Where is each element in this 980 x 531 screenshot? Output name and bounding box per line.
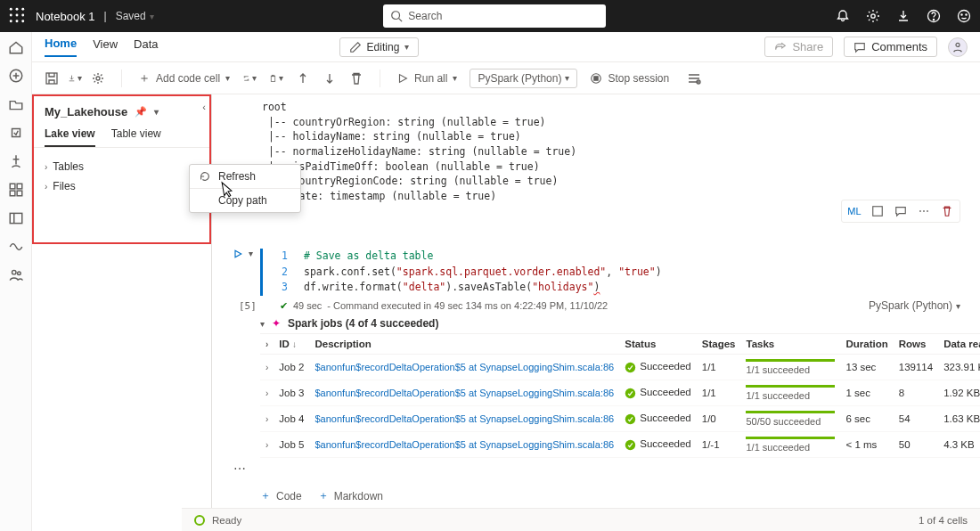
expand-all-icon[interactable]: › [265,339,268,349]
settings-icon[interactable] [91,71,105,86]
svg-point-14 [959,11,970,22]
chevron-down-icon: ▾ [225,73,230,83]
share-button[interactable]: Share [764,37,833,57]
chevron-down-icon[interactable]: ▾ [154,107,159,117]
tree-tables[interactable]: › Tables ⋯ [34,157,209,176]
nav-favorites-icon[interactable] [8,153,24,169]
pin-icon[interactable]: 📌 [135,106,147,118]
job-status: Succeeded [619,380,697,406]
gear-icon[interactable] [866,9,880,23]
editing-mode-button[interactable]: Editing ▾ [339,37,420,57]
run-cell-button[interactable]: ▾ [233,249,253,259]
nav-people-icon[interactable] [8,267,24,283]
delete-icon[interactable] [349,71,363,86]
col-description[interactable]: Description [309,334,619,355]
svg-point-23 [12,270,16,274]
lake-view-tab[interactable]: Lake view [45,127,95,147]
menu-copy-path[interactable]: Copy path [190,188,300,212]
job-description-link[interactable]: $anonfun$recordDeltaOperation$5 at Synap… [314,362,614,372]
spark-jobs-title: Spark jobs (4 of 4 succeeded) [288,317,438,330]
chevron-down-icon[interactable]: ▾ [249,249,253,258]
svg-point-1 [16,7,19,10]
save-icon[interactable] [45,71,59,86]
saved-status[interactable]: Saved ▾ [116,10,154,22]
refresh-icon [199,170,211,183]
table-view-tab[interactable]: Table view [111,127,161,147]
col-dataread[interactable]: Data read [938,334,980,355]
download-icon[interactable] [896,9,911,23]
add-code-button[interactable]: ＋Code [260,488,302,503]
run-all-button[interactable]: Run all ▾ [396,72,457,85]
editing-label: Editing [367,41,400,53]
clipboard-icon[interactable]: ▾ [269,71,283,86]
chevron-down-icon: ▾ [565,73,569,83]
tab-data[interactable]: Data [134,37,158,56]
add-code-cell-button[interactable]: ＋ Add code cell ▾ [138,70,230,86]
col-status[interactable]: Status [619,334,697,355]
svg-point-24 [17,272,20,275]
delete-cell-icon[interactable] [938,202,956,220]
nav-onelake-icon[interactable] [8,125,24,141]
toolbar: ▾ ＋ Add code cell ▾ ▾ ▾ Run all ▾ PySpar… [32,62,980,94]
tree-files[interactable]: › Files [34,176,209,196]
add-markdown-button[interactable]: ＋Markdown [318,488,383,503]
cell-lang-select[interactable]: PySpark (Python)▾ [869,299,960,312]
play-icon [396,72,409,85]
collapse-spark-jobs-icon[interactable]: ▾ [260,319,265,329]
tab-view[interactable]: View [93,37,118,56]
job-description-link[interactable]: $anonfun$recordDeltaOperation$5 at Synap… [314,388,614,398]
schema-output: root |-- countryOrRegion: string (nullab… [212,100,980,208]
user-avatar[interactable] [948,37,968,57]
saved-label: Saved [116,10,146,22]
move-down-icon[interactable] [323,71,337,86]
nav-create-icon[interactable] [8,68,24,84]
convert-icon[interactable]: ▾ [242,71,257,86]
job-dataread: 323.91 KB [938,355,980,380]
col-id[interactable]: ID [279,339,290,349]
app-launcher-icon[interactable] [9,7,25,26]
svg-point-7 [16,20,19,22]
search-box[interactable]: Search [383,4,606,28]
col-stages[interactable]: Stages [697,334,741,355]
code-editor[interactable]: 1# Save as delta table 2spark.conf.set("… [260,249,980,296]
move-up-icon[interactable] [296,71,310,86]
nav-monitor-icon[interactable] [8,239,24,255]
feedback-icon[interactable] [957,9,971,23]
comment-cell-icon[interactable] [892,202,910,220]
expand-row-icon[interactable]: › [265,388,268,398]
job-description-link[interactable]: $anonfun$recordDeltaOperation$5 at Synap… [314,413,614,424]
nav-workspaces-icon[interactable] [8,210,24,226]
run-below-icon[interactable] [869,202,886,220]
expand-row-icon[interactable]: › [265,440,268,450]
nav-browse-icon[interactable] [8,96,24,112]
collapse-sidebar-icon[interactable]: ‹ [202,102,206,112]
nav-apps-icon[interactable] [8,182,24,198]
kernel-select[interactable]: PySpark (Python) ▾ [470,69,577,88]
notebook-title[interactable]: Notebook 1 [36,10,95,23]
menu-refresh[interactable]: Refresh [190,165,300,188]
job-rows: 8 [894,380,938,406]
stop-session-button[interactable]: Stop session [590,72,669,85]
lakehouse-title: My_Lakehouse [45,105,127,118]
ml-button[interactable]: ML [845,202,863,220]
nav-home-icon[interactable] [8,39,24,55]
comment-icon [853,41,866,53]
col-rows[interactable]: Rows [894,334,938,355]
col-tasks[interactable]: Tasks [740,334,840,355]
svg-point-0 [10,7,12,10]
chevron-down-icon: ▾ [453,73,457,83]
comments-button[interactable]: Comments [844,37,937,57]
expand-row-icon[interactable]: › [265,414,268,424]
more-actions-icon[interactable]: ⋯ [915,202,933,220]
session-options-icon[interactable] [687,71,701,86]
col-duration[interactable]: Duration [840,334,893,355]
expand-row-icon[interactable]: › [265,363,268,372]
tab-home[interactable]: Home [45,37,77,57]
help-icon[interactable] [927,9,941,23]
svg-rect-21 [17,191,22,196]
bell-icon[interactable] [836,9,850,23]
job-description-link[interactable]: $anonfun$recordDeltaOperation$5 at Synap… [314,439,614,450]
download-icon[interactable]: ▾ [68,71,82,86]
job-id: Job 5 [274,432,309,458]
cell-more-icon[interactable]: ⋯ [233,462,980,476]
